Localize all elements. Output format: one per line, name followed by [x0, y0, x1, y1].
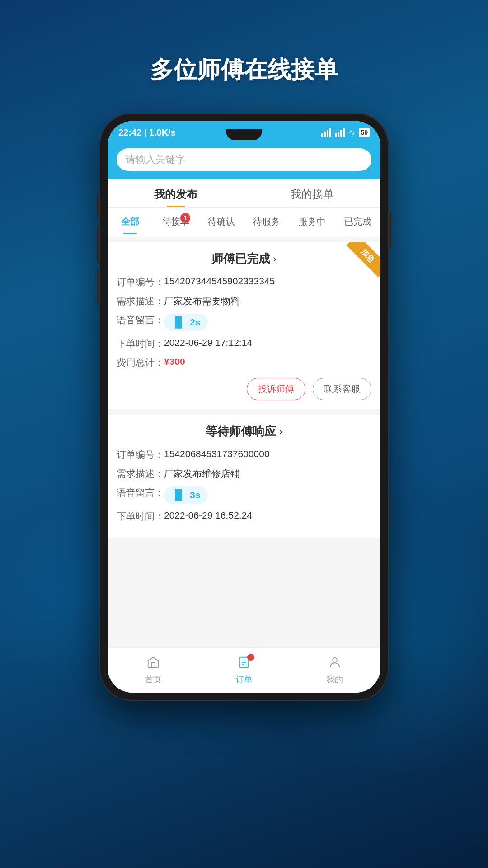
main-tabs: 我的发布 我的接单: [108, 179, 380, 208]
search-bar[interactable]: 请输入关键字: [117, 148, 371, 171]
phone-btn-power: [389, 212, 391, 249]
order-1-actions: 投诉师傅 联系客服: [117, 378, 371, 400]
battery-icon: 50: [359, 128, 370, 137]
search-placeholder: 请输入关键字: [126, 153, 185, 166]
nav-home[interactable]: 首页: [108, 648, 198, 693]
order-1-title-row[interactable]: 师傅已完成 ›: [117, 251, 371, 267]
signal-icon: [321, 128, 331, 137]
order-2-title: 等待师傅响应: [206, 424, 276, 439]
header-area: 请输入关键字: [108, 144, 380, 179]
page-title-area: 多位师傅在线接单: [0, 0, 488, 104]
order-1-voice-row: 语音留言： ▐▌ 2s: [117, 314, 371, 331]
order-1-title: 师傅已完成: [211, 251, 270, 267]
order-1-voice-duration: 2s: [190, 317, 200, 328]
order-2-arrow-icon: ›: [279, 426, 282, 438]
order-2-desc-row: 需求描述： 厂家发布维修店铺: [117, 467, 371, 480]
sub-tabs: 全部 待接单 1 待确认 待服务 服务中 已完成: [108, 208, 380, 236]
phone-btn-volume-down: [97, 226, 99, 262]
phone-notch: [226, 129, 262, 140]
order-badge-dot: [247, 654, 254, 661]
order-2-number-label: 订单编号：: [117, 448, 164, 461]
order-2-voice-row: 语音留言： ▐▌ 3s: [117, 486, 371, 504]
order-2-time-row: 下单时间： 2022-06-29 16:52:24: [117, 510, 371, 523]
subtab-completed[interactable]: 已完成: [335, 212, 380, 231]
order-2-time-label: 下单时间：: [117, 510, 164, 523]
order-2-desc-label: 需求描述：: [117, 467, 164, 480]
user-icon: [328, 656, 342, 672]
order-2-desc-value: 厂家发布维修店铺: [164, 467, 240, 480]
order-card-1: 师傅已完成 › 加急 订单编号： 154207344545902333345 需…: [108, 242, 380, 409]
phone-btn-volume-up: [97, 194, 99, 219]
order-2-voice-player[interactable]: ▐▌ 3s: [164, 486, 208, 504]
order-1-number-value: 154207344545902333345: [164, 276, 275, 287]
voice-wave-icon: ▐▌: [171, 316, 185, 328]
nav-home-label: 首页: [145, 674, 161, 685]
order-1-arrow-icon: ›: [273, 253, 276, 265]
order-card-2: 等待师傅响应 › 订单编号： 15420684531737600000 需求描述…: [108, 415, 380, 538]
order-2-time-value: 2022-06-29 16:52:24: [164, 510, 252, 521]
voice-wave-icon-2: ▐▌: [171, 489, 185, 501]
subtab-all[interactable]: 全部: [108, 212, 153, 231]
phone-screen: 22:42 | 1.0K/s ∿ 50: [108, 121, 380, 693]
order-1-fee-value: ¥300: [164, 356, 185, 367]
order-1-time-row: 下单时间： 2022-06-29 17:12:14: [117, 337, 371, 350]
status-time: 22:42 | 1.0K/s: [118, 127, 176, 138]
order-1-desc-value: 厂家发布需要物料: [164, 295, 240, 307]
order-1-time-value: 2022-06-29 17:12:14: [164, 337, 252, 348]
nav-profile[interactable]: 我的: [290, 648, 380, 693]
subtab-pending-service[interactable]: 待服务: [244, 212, 290, 231]
subtab-pending-accept[interactable]: 待接单 1: [153, 212, 199, 231]
wifi-icon: ∿: [348, 127, 355, 137]
complaint-button[interactable]: 投诉师傅: [247, 378, 305, 400]
signal-icon-2: [335, 128, 345, 137]
content-area: 师傅已完成 › 加急 订单编号： 154207344545902333345 需…: [108, 236, 380, 647]
order-2-voice-label: 语音留言：: [117, 486, 164, 499]
order-1-desc-label: 需求描述：: [117, 295, 164, 307]
home-icon: [146, 656, 160, 672]
contact-service-button[interactable]: 联系客服: [313, 378, 371, 400]
nav-profile-label: 我的: [327, 674, 343, 685]
tab-my-publish[interactable]: 我的发布: [108, 179, 244, 207]
order-1-fee-row: 费用总计： ¥300: [117, 356, 371, 369]
phone-container: 22:42 | 1.0K/s ∿ 50: [0, 104, 488, 701]
subtab-in-service[interactable]: 服务中: [290, 212, 335, 231]
order-1-ribbon-label: 加急: [347, 242, 380, 277]
order-2-title-row[interactable]: 等待师傅响应 ›: [117, 424, 371, 439]
phone-mockup: 22:42 | 1.0K/s ∿ 50: [99, 113, 389, 701]
order-1-time-label: 下单时间：: [117, 337, 164, 350]
order-1-ribbon: 加急: [340, 242, 380, 283]
order-2-number-row: 订单编号： 15420684531737600000: [117, 448, 371, 461]
order-1-voice-label: 语音留言：: [117, 314, 164, 326]
status-icons: ∿ 50: [321, 127, 370, 137]
nav-order-label: 订单: [236, 674, 252, 685]
tab-my-accept[interactable]: 我的接单: [244, 179, 380, 207]
order-1-number-label: 订单编号：: [117, 276, 164, 288]
phone-btn-silent: [97, 269, 99, 305]
order-2-voice-duration: 3s: [190, 490, 200, 500]
order-1-desc-row: 需求描述： 厂家发布需要物料: [117, 295, 371, 307]
subtab-pending-confirm[interactable]: 待确认: [198, 212, 244, 231]
page-title: 多位师傅在线接单: [0, 54, 488, 86]
nav-order[interactable]: 订单: [198, 648, 289, 693]
svg-point-4: [333, 658, 337, 662]
order-2-number-value: 15420684531737600000: [164, 448, 270, 459]
nav-order-badge-container: [237, 656, 251, 672]
order-1-voice-player[interactable]: ▐▌ 2s: [164, 314, 208, 331]
bottom-nav: 首页 订单: [108, 647, 380, 693]
order-1-number-row: 订单编号： 154207344545902333345: [117, 276, 371, 288]
order-1-fee-label: 费用总计：: [117, 356, 164, 369]
